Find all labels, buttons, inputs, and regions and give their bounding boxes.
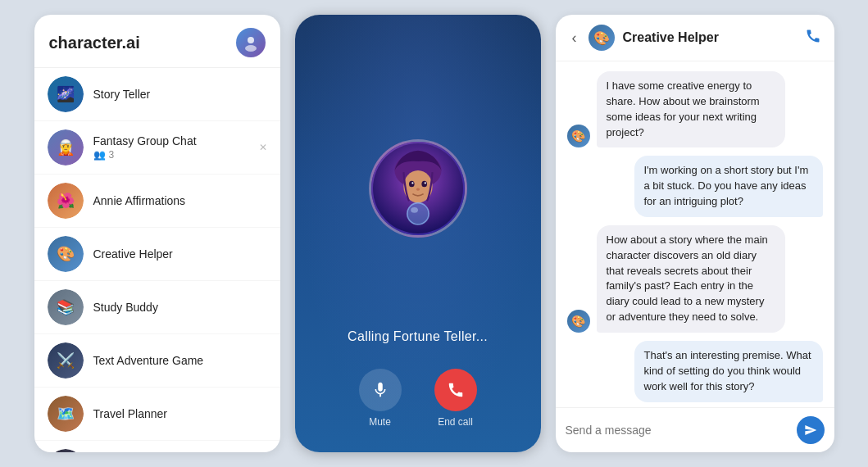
- chat-info-text-adventure: Text Adventure Game: [93, 354, 267, 367]
- message-row: 🎨 I have some creative energy to share. …: [567, 71, 823, 147]
- chat-name: Annie Affirmations: [93, 194, 267, 207]
- phone-button[interactable]: [805, 28, 821, 48]
- end-call-btn-circle[interactable]: [434, 369, 477, 411]
- chat-info-study: Study Buddy: [93, 301, 267, 314]
- chat-name: Story Teller: [93, 88, 267, 101]
- app-title: character.ai: [49, 34, 140, 52]
- chat-item-text-adventure[interactable]: ⚔️ Text Adventure Game: [34, 334, 280, 388]
- message-row: I'm working on a short story but I'm a b…: [567, 156, 823, 217]
- call-avatar-inner: [371, 142, 465, 235]
- chat-item-dungeon[interactable]: 🎲 Dungeon Master: [34, 441, 280, 452]
- left-panel: character.ai 🌌 Story Teller 🧝 Fantasy Gr…: [34, 15, 280, 452]
- chat-item-fantasy[interactable]: 🧝 Fantasy Group Chat 👥 3 ✕: [34, 121, 280, 175]
- chat-info-fantasy: Fantasy Group Chat 👥 3: [93, 134, 249, 161]
- chat-name: Travel Planner: [93, 407, 267, 420]
- chat-avatar-travel: 🗺️: [48, 396, 84, 432]
- chat-header: ‹ 🎨 Creative Helper: [556, 15, 834, 61]
- message-input[interactable]: [566, 424, 790, 437]
- chat-avatar-annie: 🌺: [48, 183, 84, 219]
- message-bubble: I have some creative energy to share. Ho…: [597, 71, 785, 147]
- chat-item-annie[interactable]: 🌺 Annie Affirmations: [34, 175, 280, 228]
- chat-list: 🌌 Story Teller 🧝 Fantasy Group Chat 👥 3 …: [34, 68, 280, 452]
- message-bubble: That's an interesting premise. What kind…: [634, 341, 823, 402]
- back-button[interactable]: ‹: [569, 26, 580, 50]
- svg-point-7: [411, 182, 413, 184]
- bot-avatar: 🎨: [567, 125, 590, 147]
- svg-point-1: [245, 45, 257, 52]
- chat-avatar-dungeon: 🎲: [48, 449, 84, 452]
- call-avatar: [369, 139, 467, 238]
- chat-item-study[interactable]: 📚 Study Buddy: [34, 281, 280, 334]
- chat-name: Text Adventure Game: [93, 354, 267, 367]
- chat-avatar-creative: 🎨: [48, 236, 84, 272]
- group-count: 3: [109, 149, 115, 161]
- mute-label: Mute: [369, 416, 391, 428]
- message-bubble: How about a story where the main charact…: [597, 225, 785, 333]
- chat-action: ✕: [259, 142, 267, 153]
- svg-point-6: [421, 181, 427, 188]
- chat-info-annie: Annie Affirmations: [93, 194, 267, 207]
- svg-point-10: [407, 203, 428, 224]
- chat-header-title: Creative Helper: [623, 30, 797, 45]
- chat-item-story-teller[interactable]: 🌌 Story Teller: [34, 68, 280, 121]
- svg-point-9: [416, 188, 419, 190]
- chat-info-travel: Travel Planner: [93, 407, 267, 420]
- mute-btn-circle[interactable]: [359, 369, 402, 411]
- messages-area: 🎨 I have some creative energy to share. …: [556, 61, 834, 407]
- message-bubble: I'm working on a short story but I'm a b…: [634, 156, 823, 217]
- message-input-area: [556, 407, 834, 452]
- user-avatar[interactable]: [236, 28, 266, 57]
- svg-point-0: [248, 37, 254, 43]
- message-row: That's an interesting premise. What kind…: [567, 341, 823, 402]
- send-button[interactable]: [797, 416, 825, 444]
- svg-point-8: [424, 182, 425, 184]
- chat-info-story-teller: Story Teller: [93, 88, 267, 101]
- chat-avatar-story-teller: 🌌: [48, 76, 84, 112]
- mute-button[interactable]: Mute: [359, 369, 402, 428]
- chat-header-avatar: 🎨: [589, 25, 615, 51]
- chat-sub: 👥 3: [93, 149, 249, 161]
- bot-avatar: 🎨: [567, 310, 590, 333]
- middle-panel: Calling Fortune Teller... Mute End call: [295, 15, 541, 452]
- chat-name: Study Buddy: [93, 301, 267, 314]
- calling-text: Calling Fortune Teller...: [348, 329, 488, 344]
- call-controls: Mute End call: [359, 369, 477, 428]
- chat-avatar-text-adventure: ⚔️: [48, 342, 84, 379]
- chat-name: Creative Helper: [93, 247, 267, 261]
- chat-item-creative[interactable]: 🎨 Creative Helper: [34, 228, 280, 281]
- message-row: 🎨 How about a story where the main chara…: [567, 225, 823, 333]
- chat-avatar-study: 📚: [48, 289, 84, 325]
- chat-avatar-fantasy: 🧝: [48, 129, 84, 165]
- chat-name: Fantasy Group Chat: [93, 134, 249, 147]
- right-panel: ‹ 🎨 Creative Helper 🎨 I have some creati…: [556, 15, 834, 452]
- chat-info-creative: Creative Helper: [93, 247, 267, 261]
- svg-point-5: [409, 181, 415, 188]
- group-icon: 👥: [93, 149, 106, 161]
- left-header: character.ai: [34, 15, 280, 68]
- chat-item-travel[interactable]: 🗺️ Travel Planner: [34, 388, 280, 441]
- end-call-button[interactable]: End call: [434, 369, 477, 428]
- end-call-label: End call: [438, 416, 473, 428]
- svg-point-11: [411, 207, 418, 213]
